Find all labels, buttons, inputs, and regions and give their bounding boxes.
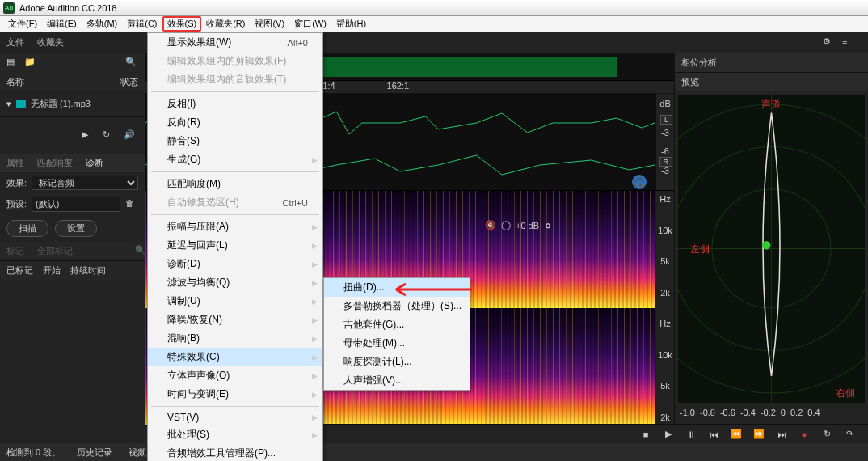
channel-right-badge[interactable]: R [659, 157, 673, 167]
menu-item[interactable]: 批处理(S)▶ [148, 425, 322, 444]
menu-item[interactable]: 多普勒换档器（处理）(S)... [324, 297, 470, 315]
tool-settings-icon[interactable]: ⚙ [823, 36, 836, 49]
menu-item[interactable]: 吉他套件(G)... [324, 315, 470, 334]
phase-plot[interactable]: 声道 左侧 右侧 [678, 95, 865, 403]
global-transport: 传输 ■ ▶ ⏸ ⏮ ⏪ ⏩ ⏭ ● ↻ ↷ [230, 424, 868, 443]
effect-select[interactable]: 标记音频 [32, 176, 138, 190]
g-loop[interactable]: ↻ [820, 427, 834, 442]
g-end[interactable]: ⏭ [774, 427, 789, 442]
file-item[interactable]: ▾ 无标题 (1).mp3 [6, 96, 138, 112]
detection-status: 检测到 0 段。 [6, 446, 61, 459]
menu-item[interactable]: 响度探测计(L)... [324, 353, 470, 371]
volume-icon[interactable]: 🔊 [124, 129, 137, 142]
menu-item[interactable]: 诊断(D)▶ [148, 255, 322, 273]
menu-1[interactable]: 编辑(E) [42, 16, 82, 32]
menu-item[interactable]: 调制(U)▶ [148, 292, 322, 311]
menu-2[interactable]: 多轨(M) [82, 16, 123, 32]
g-start[interactable]: ⏮ [706, 427, 721, 442]
tab-all-markers[interactable]: 全部标记 [31, 242, 79, 260]
menu-item[interactable]: 特殊效果(C)▶ [148, 348, 322, 366]
col-duration[interactable]: 持续时间 [70, 264, 106, 277]
menu-item[interactable]: 混响(B)▶ [148, 329, 322, 348]
g-record[interactable]: ● [797, 427, 811, 442]
video-label[interactable]: 视频 [129, 446, 146, 459]
menu-item[interactable]: 立体声声像(O)▶ [148, 366, 322, 385]
settings-button[interactable]: 设置 [55, 220, 97, 237]
menu-item[interactable]: 显示效果组(W)Alt+0 [148, 33, 322, 52]
tab-markers[interactable]: 标记 [0, 242, 31, 260]
mute-icon[interactable]: 🔇 [485, 220, 496, 230]
col-name[interactable]: 名称 [6, 76, 24, 88]
menu-item[interactable]: 反相(I) [148, 95, 322, 113]
menu-item[interactable]: 生成(G)▶ [148, 150, 322, 169]
app-title: Adobe Audition CC 2018 [19, 3, 116, 13]
file-tree: ▾ 无标题 (1).mp3 [0, 91, 145, 116]
scan-button[interactable]: 扫描 [6, 220, 48, 237]
g-stop[interactable]: ■ [638, 427, 653, 442]
tab-loudness[interactable]: 匹配响度 [31, 154, 79, 172]
search-icon[interactable]: 🔍 [125, 57, 138, 70]
g-play[interactable]: ▶ [661, 427, 676, 442]
channel-left-badge[interactable]: L [660, 115, 672, 125]
menu-item[interactable]: 延迟与回声(L)▶ [148, 236, 322, 255]
history-label[interactable]: 历史记录 [77, 446, 112, 459]
g-rew[interactable]: ⏪ [729, 427, 744, 442]
title-bar: Au Adobe Audition CC 2018 [0, 0, 868, 16]
menu-6[interactable]: 视图(V) [250, 16, 289, 32]
menu-item: 编辑效果组内的剪辑效果(F) [148, 52, 322, 70]
menu-item[interactable]: 音频增效工具管理器(P)... [148, 444, 322, 461]
menu-8[interactable]: 帮助(H) [331, 16, 371, 32]
g-pause[interactable]: ⏸ [684, 427, 698, 442]
left-panel: ▤ 📁 🔍 名称 状态 ▾ 无标题 (1).mp3 ▶ ↻ 🔊 属性 匹配响度 … [0, 53, 145, 461]
trash-icon[interactable]: 🗑 [125, 198, 138, 211]
menu-item[interactable]: 母带处理(M)... [324, 334, 470, 353]
menu-item[interactable]: 降噪/恢复(N)▶ [148, 311, 322, 329]
menu-3[interactable]: 剪辑(C) [122, 16, 162, 32]
tool-menu-icon[interactable]: ≡ [842, 36, 855, 49]
file-name: 无标题 (1).mp3 [31, 98, 91, 110]
annotation-arrow [391, 281, 480, 299]
right-panel: 相位分析 预览 声道 左侧 右侧 -1.0-0.8-0.6-0.4-0.200.… [674, 53, 868, 461]
tab-properties[interactable]: 属性 [0, 154, 31, 172]
col-start[interactable]: 开始 [43, 264, 61, 277]
menu-item[interactable]: VST(V)▶ [148, 409, 322, 425]
menu-item[interactable]: 匹配响度(M) [148, 175, 322, 193]
menu-item[interactable]: 静音(S) [148, 132, 322, 150]
new-file-icon[interactable]: ▤ [6, 57, 19, 70]
search-icon[interactable]: 🔍 [132, 242, 145, 255]
tab-diagnostics[interactable]: 诊断 [79, 154, 110, 172]
file-tab-bar: 文件 收藏夹 ⚙ ≡ [0, 32, 868, 53]
editor-tool-strip: ⚙ ≡ [823, 36, 862, 49]
g-skip[interactable]: ↷ [842, 427, 857, 442]
menu-item[interactable]: 反向(R) [148, 113, 322, 132]
menu-7[interactable]: 窗口(W) [289, 16, 331, 32]
effect-label: 效果: [6, 177, 27, 189]
menu-item[interactable]: 时间与变调(E)▶ [148, 385, 322, 404]
menu-item: 自动修复选区(H)Ctrl+U [148, 193, 322, 212]
menu-item[interactable]: 振幅与压限(A)▶ [148, 218, 322, 236]
preset-value[interactable]: (默认) [32, 197, 120, 212]
menu-item[interactable]: 人声增强(V)... [324, 371, 470, 390]
menu-item[interactable]: 滤波与均衡(Q)▶ [148, 273, 322, 292]
gain-knob-icon[interactable]: ◯ [501, 220, 511, 230]
volume-hud[interactable]: 🔇 ◯ +0 dB ⭘ [485, 220, 553, 230]
tab-favorites[interactable]: 收藏夹 [37, 36, 64, 49]
g-fwd[interactable]: ⏩ [752, 427, 766, 442]
bypass-icon[interactable]: ⭘ [544, 221, 553, 230]
open-file-icon[interactable]: 📁 [24, 57, 37, 70]
preview-button[interactable]: 预览 [675, 73, 868, 91]
chevron-down-icon[interactable]: ▾ [6, 99, 11, 109]
status-bar: 检测到 0 段。 历史记录 视频 [0, 443, 868, 461]
property-tabs: 属性 匹配响度 诊断 [0, 154, 145, 172]
tab-files[interactable]: 文件 [6, 36, 24, 49]
col-marked[interactable]: 已标记 [6, 264, 33, 277]
menu-item: 编辑效果组内的音轨效果(T) [148, 70, 322, 89]
loop-icon[interactable]: ↻ [103, 129, 116, 142]
effects-menu: 显示效果组(W)Alt+0编辑效果组内的剪辑效果(F)编辑效果组内的音轨效果(T… [147, 32, 323, 461]
col-status[interactable]: 状态 [120, 76, 138, 88]
app-logo: Au [3, 2, 15, 14]
menu-5[interactable]: 收藏夹(R) [201, 16, 250, 32]
menu-0[interactable]: 文件(F) [3, 16, 42, 32]
play-icon[interactable]: ▶ [82, 129, 95, 142]
menu-4[interactable]: 效果(S) [162, 16, 202, 32]
